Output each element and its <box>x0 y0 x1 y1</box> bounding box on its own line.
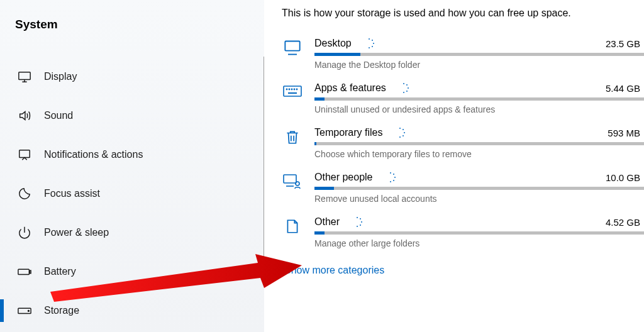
focus-icon <box>16 185 33 202</box>
svg-point-10 <box>291 89 292 89</box>
sidebar-item-label: Notifications & actions <box>44 149 143 160</box>
svg-rect-13 <box>288 92 297 94</box>
usage-bar <box>314 187 644 190</box>
svg-rect-3 <box>30 270 31 274</box>
svg-rect-2 <box>18 269 29 274</box>
loading-spinner-icon <box>386 172 396 182</box>
sidebar-item-label: Storage <box>44 305 79 316</box>
svg-point-5 <box>28 311 30 312</box>
main-content: This is how your storage is used and how… <box>264 0 644 332</box>
category-title: Other <box>314 216 340 228</box>
category-title: Desktop <box>314 38 352 49</box>
loading-spinner-icon <box>395 128 405 138</box>
category-subtitle: Uninstall unused or undesired apps & fea… <box>314 104 644 114</box>
category-title: Apps & features <box>314 82 386 94</box>
notifications-icon <box>16 147 33 163</box>
category-temporary-files[interactable]: Temporary files 593 MB Choose which temp… <box>282 127 644 159</box>
battery-icon <box>16 263 33 280</box>
category-subtitle: Manage other large folders <box>314 238 644 248</box>
category-title: Other people <box>314 172 373 183</box>
svg-rect-6 <box>285 42 299 51</box>
category-apps-features[interactable]: Apps & features 5.44 GB Uninstall unused… <box>282 82 644 114</box>
power-icon <box>16 224 33 241</box>
svg-point-15 <box>296 182 299 185</box>
category-desktop[interactable]: Desktop 23.5 GB Manage the Desktop folde… <box>282 38 644 70</box>
loading-spinner-icon <box>364 38 374 48</box>
svg-rect-1 <box>19 150 30 158</box>
storage-intro: This is how your storage is used and how… <box>282 8 644 19</box>
category-size: 23.5 GB <box>606 38 644 49</box>
svg-point-8 <box>286 89 287 89</box>
show-more-categories-link[interactable]: Show more categories <box>284 265 384 276</box>
nav-list: Display Sound Notifications & actions Fo… <box>15 62 264 326</box>
sidebar-item-label: Sound <box>44 110 73 121</box>
folder-icon <box>282 216 303 238</box>
svg-point-11 <box>294 89 294 89</box>
sidebar-item-storage[interactable]: Storage <box>15 296 264 326</box>
category-other[interactable]: Other 4.52 GB Manage other large folders <box>282 216 644 248</box>
people-icon <box>282 172 303 193</box>
svg-rect-14 <box>284 175 296 183</box>
svg-point-9 <box>289 89 289 89</box>
sidebar-item-power-sleep[interactable]: Power & sleep <box>15 218 264 248</box>
svg-rect-0 <box>19 72 30 80</box>
storage-icon <box>16 302 33 319</box>
monitor-icon <box>282 38 303 59</box>
category-title: Temporary files <box>314 127 382 138</box>
sidebar-item-display[interactable]: Display <box>15 62 264 92</box>
sidebar-item-label: Focus assist <box>44 188 100 199</box>
sidebar-item-notifications[interactable]: Notifications & actions <box>15 140 264 170</box>
category-size: 4.52 GB <box>606 217 644 228</box>
sidebar-item-focus-assist[interactable]: Focus assist <box>15 179 264 209</box>
usage-bar <box>314 231 644 235</box>
category-size: 5.44 GB <box>606 83 644 94</box>
display-icon <box>16 69 33 85</box>
keyboard-icon <box>282 82 303 104</box>
sidebar-item-label: Power & sleep <box>44 227 109 238</box>
usage-bar <box>314 142 644 145</box>
category-size: 593 MB <box>608 128 644 138</box>
sidebar-item-sound[interactable]: Sound <box>15 101 264 131</box>
usage-bar <box>314 53 644 56</box>
sidebar: System Display Sound Notifications & act… <box>0 0 264 332</box>
trash-icon <box>282 127 303 148</box>
loading-spinner-icon <box>352 217 362 227</box>
svg-point-12 <box>296 89 297 89</box>
sidebar-title: System <box>15 18 264 31</box>
svg-rect-7 <box>284 86 301 96</box>
sidebar-item-battery[interactable]: Battery <box>15 257 264 287</box>
category-other-people[interactable]: Other people 10.0 GB Remove unused local… <box>282 172 644 204</box>
category-subtitle: Remove unused local accounts <box>314 194 644 204</box>
category-subtitle: Choose which temporary files to remove <box>314 149 644 159</box>
category-subtitle: Manage the Desktop folder <box>314 60 644 70</box>
usage-bar <box>314 97 644 101</box>
sidebar-item-label: Battery <box>44 266 76 277</box>
loading-spinner-icon <box>399 83 409 93</box>
sound-icon <box>16 108 33 124</box>
category-size: 10.0 GB <box>606 172 644 183</box>
sidebar-item-label: Display <box>44 71 77 82</box>
